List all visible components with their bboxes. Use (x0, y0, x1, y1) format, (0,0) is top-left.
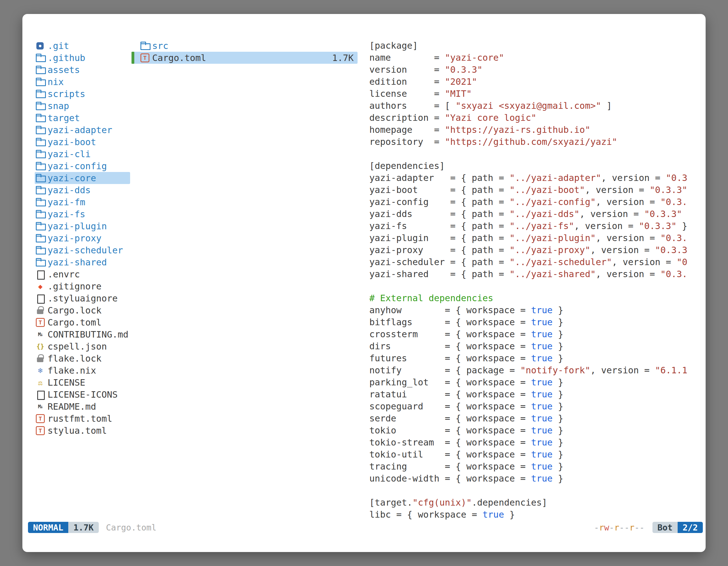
folder-icon (35, 124, 45, 136)
file-name: yazi-core (48, 173, 96, 184)
file-name: yazi-scheduler (48, 245, 123, 256)
file-row-yazi-proxy[interactable]: yazi-proxy (35, 232, 130, 244)
file-name: flake.lock (48, 353, 102, 364)
file-name: stylua.toml (48, 425, 107, 436)
file-row-src[interactable]: src (131, 40, 358, 52)
preview-line: [package] (369, 40, 701, 52)
file-row-cargo-lock[interactable]: Cargo.lock (35, 304, 130, 316)
folder-icon (35, 88, 45, 100)
file-row-yazi-plugin[interactable]: yazi-plugin (35, 220, 130, 232)
file-counter: 2/2 (678, 522, 703, 533)
markdown-icon (35, 328, 45, 340)
file-row-yazi-fs[interactable]: yazi-fs (35, 208, 130, 220)
doc-icon (35, 292, 45, 304)
file-row-github[interactable]: .github (35, 52, 130, 64)
file-name: nix (48, 77, 64, 87)
file-row-flake-lock[interactable]: flake.lock (35, 352, 130, 364)
file-row-target[interactable]: target (35, 112, 130, 124)
preview-line: authors = [ "sxyazi <sxyazi@gmail.com>" … (369, 100, 701, 112)
file-row-cargo-toml[interactable]: Cargo.toml 1.7K (131, 52, 358, 64)
folder-icon (35, 100, 45, 112)
preview-line: license = "MIT" (369, 88, 701, 100)
file-row-contributing-md[interactable]: CONTRIBUTING.md (35, 328, 130, 340)
file-name: Cargo.toml (48, 317, 102, 328)
file-row-license-icons[interactable]: LICENSE-ICONS (35, 388, 130, 400)
file-name: yazi-plugin (48, 221, 107, 232)
preview-line: [dependencies] (369, 160, 701, 172)
file-row-scripts[interactable]: scripts (35, 88, 130, 100)
preview-line: dirs = { workspace = true } (369, 340, 701, 352)
git-icon (35, 40, 45, 52)
file-permissions: -rw-r--r-- (594, 523, 645, 532)
preview-line: version = "0.3.3" (369, 64, 701, 76)
file-name: snap (48, 101, 69, 111)
preview-line: tokio = { workspace = true } (369, 424, 701, 436)
file-row-yazi-dds[interactable]: yazi-dds (35, 184, 130, 196)
file-row-readme-md[interactable]: README.md (35, 400, 130, 412)
file-name: LICENSE-ICONS (48, 389, 118, 400)
file-row-yazi-shared[interactable]: yazi-shared (35, 256, 130, 268)
parent-directory-pane: .git .github assets nix scripts snap tar… (35, 40, 130, 521)
preview-line: libc = { workspace = true } (369, 509, 701, 521)
folder-icon (35, 148, 45, 160)
file-row-rustfmt-toml[interactable]: rustfmt.toml (35, 412, 130, 424)
preview-line: scopeguard = { workspace = true } (369, 400, 701, 412)
folder-icon (35, 256, 45, 268)
file-row-yazi-scheduler[interactable]: yazi-scheduler (35, 244, 130, 256)
folder-icon (35, 112, 45, 124)
panes-container: .git .github assets nix scripts snap tar… (35, 40, 701, 521)
current-directory-pane: src Cargo.toml 1.7K (131, 40, 358, 521)
preview-line: [target."cfg(unix)".dependencies] (369, 497, 701, 509)
file-name: Cargo.toml (152, 53, 206, 63)
file-row-flake-nix[interactable]: flake.nix (35, 364, 130, 376)
file-name: CONTRIBUTING.md (48, 329, 128, 340)
folder-icon (35, 172, 45, 184)
file-row-cargo-toml[interactable]: Cargo.toml (35, 316, 130, 328)
file-row-git[interactable]: .git (35, 40, 130, 52)
preview-line: yazi-config = { path = "../yazi-config",… (369, 196, 701, 208)
file-row-yazi-config[interactable]: yazi-config (35, 160, 130, 172)
file-row-stylua-toml[interactable]: stylua.toml (35, 424, 130, 436)
preview-line: repository = "https://github.com/sxyazi/… (369, 136, 701, 148)
scroll-position-indicator: Bot (652, 522, 678, 533)
git-diamond-icon (35, 280, 45, 292)
status-bar-right: -rw-r--r-- Bot 2/2 (594, 522, 703, 533)
file-row-snap[interactable]: snap (35, 100, 130, 112)
file-size-indicator: 1.7K (68, 522, 98, 533)
file-row-gitignore[interactable]: .gitignore (35, 280, 130, 292)
preview-line: unicode-width = { workspace = true } (369, 473, 701, 485)
status-bar: NORMAL 1.7K Cargo.toml -rw-r--r-- Bot 2/… (28, 522, 703, 533)
json-icon (35, 340, 45, 352)
file-row-yazi-fm[interactable]: yazi-fm (35, 196, 130, 208)
toml-icon (140, 52, 150, 64)
preview-line: crossterm = { workspace = true } (369, 328, 701, 340)
file-name: yazi-shared (48, 257, 107, 268)
doc-icon (35, 388, 45, 400)
file-row-yazi-cli[interactable]: yazi-cli (35, 148, 130, 160)
file-row-license[interactable]: LICENSE (35, 376, 130, 388)
file-row-nix[interactable]: nix (35, 76, 130, 88)
folder-icon (35, 232, 45, 244)
preview-line: parking_lot = { workspace = true } (369, 376, 701, 388)
license-icon (35, 376, 45, 388)
file-name: .gitignore (48, 281, 102, 292)
preview-line: yazi-scheduler = { path = "../yazi-sched… (369, 256, 701, 268)
file-row-yazi-core[interactable]: yazi-core (35, 172, 130, 184)
markdown-icon (35, 400, 45, 412)
file-row-cspell-json[interactable]: cspell.json (35, 340, 130, 352)
file-row-yazi-adapter[interactable]: yazi-adapter (35, 124, 130, 136)
preview-line: yazi-proxy = { path = "../yazi-proxy", v… (369, 244, 701, 256)
folder-icon (35, 76, 45, 88)
file-row-envrc[interactable]: .envrc (35, 268, 130, 280)
file-name: Cargo.lock (48, 305, 102, 316)
file-row-assets[interactable]: assets (35, 64, 130, 76)
file-name: yazi-cli (48, 149, 91, 159)
file-name: yazi-fs (48, 209, 85, 220)
file-row-styluaignore[interactable]: .styluaignore (35, 292, 130, 304)
preview-line: yazi-adapter = { path = "../yazi-adapter… (369, 172, 701, 184)
preview-line: yazi-fs = { path = "../yazi-fs", version… (369, 220, 701, 232)
file-row-yazi-boot[interactable]: yazi-boot (35, 136, 130, 148)
file-name: yazi-boot (48, 137, 96, 147)
file-name: LICENSE (48, 377, 85, 388)
folder-icon (35, 160, 45, 172)
